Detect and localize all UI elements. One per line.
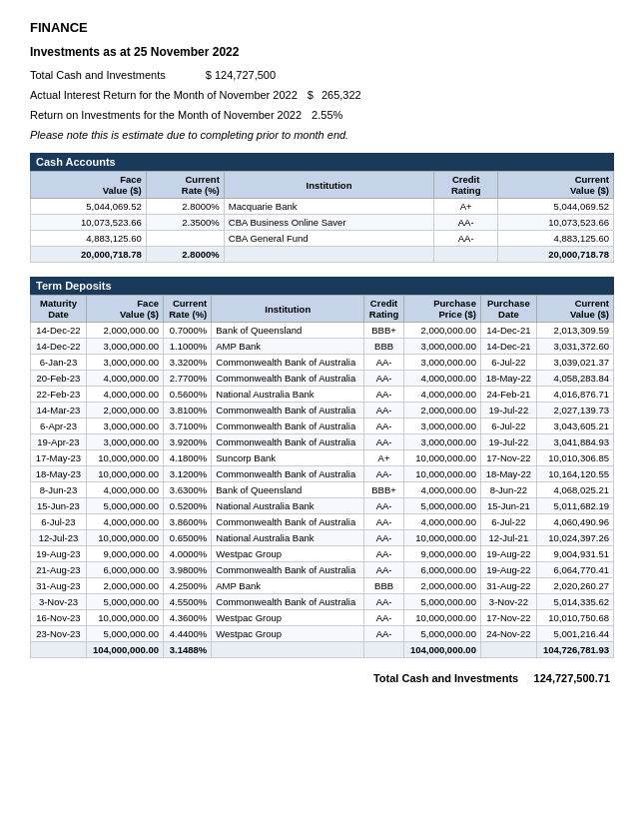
td-current: 2,020,260.27 (536, 578, 613, 594)
td-maturity: 3-Nov-23 (31, 594, 87, 610)
td-current: 10,010,750.68 (536, 610, 613, 626)
cash-total-rating (434, 247, 498, 263)
td-maturity: 8-Jun-23 (31, 482, 87, 498)
cash-total-institution (224, 247, 433, 263)
td-current: 2,027,139.73 (536, 403, 613, 418)
cash-col-face: FaceValue ($) (31, 172, 147, 199)
cash-col-current: CurrentValue ($) (498, 172, 614, 199)
cash-rate: 2.3500% (146, 215, 224, 231)
cash-total-current: 20,000,718.78 (498, 247, 614, 263)
cash-face: 4,883,125.60 (31, 231, 147, 247)
td-rate: 4.1800% (163, 450, 211, 466)
td-table-row: 14-Dec-22 2,000,000.00 0.7000% Bank of Q… (31, 323, 614, 339)
td-current: 10,010,306.85 (536, 450, 613, 466)
td-maturity: 14-Mar-23 (31, 403, 87, 418)
td-purchase-date: 6-Jul-22 (480, 355, 536, 371)
td-rating: AA- (364, 562, 404, 578)
td-purchase-date: 14-Dec-21 (480, 323, 536, 339)
td-rating: AA- (364, 514, 404, 530)
td-rating: BBB+ (364, 482, 404, 498)
cash-table-row: 10,073,523.66 2.3500% CBA Business Onlin… (31, 215, 614, 231)
td-face: 10,000,000.00 (86, 610, 163, 626)
section-title: FINANCE (30, 20, 614, 35)
td-total-institution (212, 642, 364, 658)
td-col-institution: Institution (212, 296, 364, 323)
td-maturity: 23-Nov-23 (31, 626, 87, 642)
td-rate: 1.1000% (163, 339, 211, 355)
cash-institution: CBA General Fund (224, 231, 433, 247)
td-institution: National Australia Bank (212, 387, 364, 403)
cash-total-face: 20,000,718.78 (31, 247, 147, 263)
td-purchase-date: 19-Aug-22 (480, 546, 536, 562)
cash-current: 4,883,125.60 (498, 231, 614, 247)
td-rating: A+ (364, 450, 404, 466)
td-current: 6,064,770.41 (536, 562, 613, 578)
td-purchase-date: 3-Nov-22 (480, 594, 536, 610)
td-purchase-date: 6-Jul-22 (480, 418, 536, 434)
td-rate: 3.7100% (163, 418, 211, 434)
td-purchase-price: 5,000,000.00 (403, 498, 480, 514)
td-rate: 0.6500% (163, 530, 211, 546)
cash-institution: CBA Business Online Saver (224, 215, 433, 231)
td-rate: 3.9800% (163, 562, 211, 578)
td-purchase-price: 2,000,000.00 (403, 578, 480, 594)
td-institution: National Australia Bank (212, 530, 364, 546)
td-maturity: 14-Dec-22 (31, 339, 87, 355)
td-face: 3,000,000.00 (86, 434, 163, 450)
cash-rating: AA- (434, 215, 498, 231)
td-purchase-date: 18-May-22 (480, 466, 536, 482)
td-rate: 4.2500% (163, 578, 211, 594)
td-table-row: 20-Feb-23 4,000,000.00 2.7700% Commonwea… (31, 371, 614, 387)
cash-current: 10,073,523.66 (498, 215, 614, 231)
td-maturity: 16-Nov-23 (31, 610, 87, 626)
td-institution: Commonwealth Bank of Australia (212, 371, 364, 387)
td-total-maturity (31, 642, 87, 658)
td-purchase-price: 2,000,000.00 (403, 403, 480, 418)
td-purchase-price: 2,000,000.00 (403, 323, 480, 339)
td-institution: Commonwealth Bank of Australia (212, 403, 364, 418)
td-institution: Commonwealth Bank of Australia (212, 434, 364, 450)
cash-table-row: 4,883,125.60 CBA General Fund AA- 4,883,… (31, 231, 614, 247)
td-current: 5,014,335.62 (536, 594, 613, 610)
td-table-row: 15-Jun-23 5,000,000.00 0.5200% National … (31, 498, 614, 514)
total-cash-label: Total Cash and Investments (30, 69, 166, 81)
td-rate: 4.0000% (163, 546, 211, 562)
interest-prefix: $ (308, 89, 314, 101)
td-current: 3,043,605.21 (536, 418, 613, 434)
td-current: 10,024,397.26 (536, 530, 613, 546)
cash-accounts-header: Cash Accounts (30, 153, 614, 171)
td-total-row: 104,000,000.00 3.1488% 104,000,000.00 10… (31, 642, 614, 658)
td-institution: AMP Bank (212, 339, 364, 355)
td-purchase-price: 3,000,000.00 (403, 339, 480, 355)
td-rating: AA- (364, 403, 404, 418)
td-face: 4,000,000.00 (86, 514, 163, 530)
td-table-row: 16-Nov-23 10,000,000.00 4.3600% Westpac … (31, 610, 614, 626)
td-maturity: 15-Jun-23 (31, 498, 87, 514)
return-label: Return on Investments for the Month of N… (30, 109, 302, 121)
td-rate: 4.4400% (163, 626, 211, 642)
td-maturity: 17-May-23 (31, 450, 87, 466)
td-purchase-price: 10,000,000.00 (403, 450, 480, 466)
cash-institution: Macquarie Bank (224, 199, 433, 215)
td-rating: AA- (364, 530, 404, 546)
td-rate: 3.6300% (163, 482, 211, 498)
td-face: 10,000,000.00 (86, 466, 163, 482)
td-table-row: 21-Aug-23 6,000,000.00 3.9800% Commonwea… (31, 562, 614, 578)
td-table-row: 12-Jul-23 10,000,000.00 0.6500% National… (31, 530, 614, 546)
td-institution: Commonwealth Bank of Australia (212, 466, 364, 482)
td-institution: AMP Bank (212, 578, 364, 594)
td-current: 10,164,120.55 (536, 466, 613, 482)
td-institution: Bank of Queensland (212, 323, 364, 339)
td-purchase-date: 12-Jul-21 (480, 530, 536, 546)
td-maturity: 6-Jul-23 (31, 514, 87, 530)
cash-total-rate: 2.8000% (146, 247, 224, 263)
td-purchase-date: 14-Dec-21 (480, 339, 536, 355)
term-deposits-header: Term Deposits (30, 277, 614, 295)
td-institution: Westpac Group (212, 610, 364, 626)
td-institution: Commonwealth Bank of Australia (212, 355, 364, 371)
td-face: 4,000,000.00 (86, 482, 163, 498)
td-maturity: 6-Apr-23 (31, 418, 87, 434)
td-purchase-price: 4,000,000.00 (403, 514, 480, 530)
td-maturity: 19-Aug-23 (31, 546, 87, 562)
td-rate: 0.7000% (163, 323, 211, 339)
